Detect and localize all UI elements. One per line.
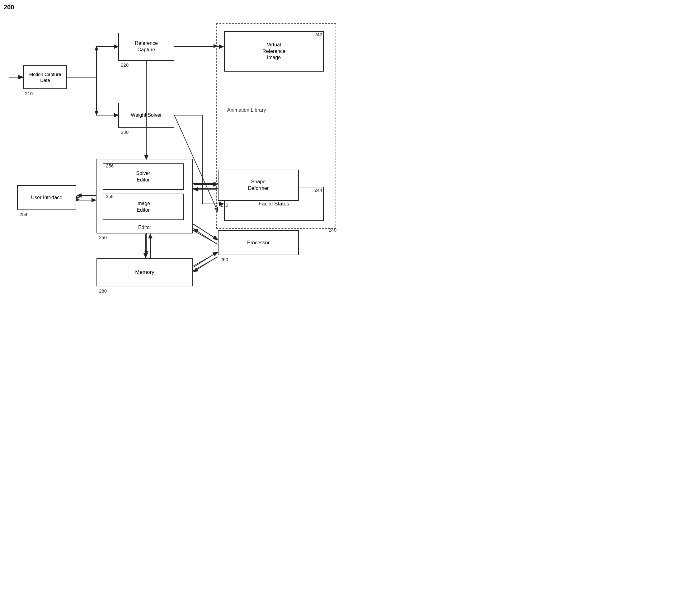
facial-states-id: 244 xyxy=(314,188,322,193)
shape-deformer-id: 270 xyxy=(220,202,228,207)
image-editor-box: Image Editor xyxy=(103,194,184,220)
weight-solver-id: 230 xyxy=(121,130,129,135)
facial-states-label: Facial States xyxy=(259,200,289,207)
diagram-title: 200 xyxy=(4,4,14,11)
motion-capture-id: 210 xyxy=(25,91,33,96)
solver-editor-id: 256 xyxy=(106,163,114,169)
svg-line-22 xyxy=(193,230,218,244)
virtual-reference-id: 242 xyxy=(314,32,322,37)
animation-library-label: Animation Library xyxy=(227,107,266,113)
svg-line-40 xyxy=(194,252,217,267)
editor-label: Editor xyxy=(138,224,151,231)
virtual-reference-label: Virtual Reference Image xyxy=(262,42,285,61)
reference-capture-label: Reference Capture xyxy=(135,40,158,53)
editor-id: 250 xyxy=(99,235,107,240)
processor-label: Processor xyxy=(247,240,270,246)
shape-deformer-box: Shape Deformer xyxy=(218,170,299,201)
reference-capture-id: 220 xyxy=(121,62,129,68)
motion-capture-box: Motion Capture Data xyxy=(23,65,67,89)
memory-id: 280 xyxy=(99,288,107,293)
motion-capture-label: Motion Capture Data xyxy=(29,71,61,83)
image-editor-label: Image Editor xyxy=(136,200,150,214)
svg-line-25 xyxy=(193,252,218,266)
processor-box: Processor xyxy=(218,230,299,255)
processor-id: 260 xyxy=(220,257,228,262)
animation-library-id: 240 xyxy=(329,227,336,233)
memory-label: Memory xyxy=(135,269,154,276)
user-interface-label: User Interface xyxy=(31,195,62,201)
virtual-reference-box: Virtual Reference Image xyxy=(224,31,324,72)
svg-line-37 xyxy=(194,229,217,244)
weight-solver-box: Weight Solver xyxy=(118,103,174,128)
user-interface-id: 254 xyxy=(20,212,27,217)
memory-box: Memory xyxy=(96,258,193,286)
image-editor-id: 258 xyxy=(106,194,114,199)
svg-line-41 xyxy=(194,257,217,272)
solver-editor-label: Solver Editor xyxy=(136,170,150,183)
svg-line-36 xyxy=(194,224,217,240)
shape-deformer-label: Shape Deformer xyxy=(248,179,269,192)
diagram: 200 xyxy=(0,0,346,308)
reference-capture-box: Reference Capture xyxy=(118,33,174,61)
svg-line-21 xyxy=(193,224,218,240)
weight-solver-label: Weight Solver xyxy=(131,112,161,118)
svg-line-26 xyxy=(193,257,218,271)
solver-editor-box: Solver Editor xyxy=(103,163,184,190)
user-interface-box: User Interface xyxy=(17,185,76,210)
